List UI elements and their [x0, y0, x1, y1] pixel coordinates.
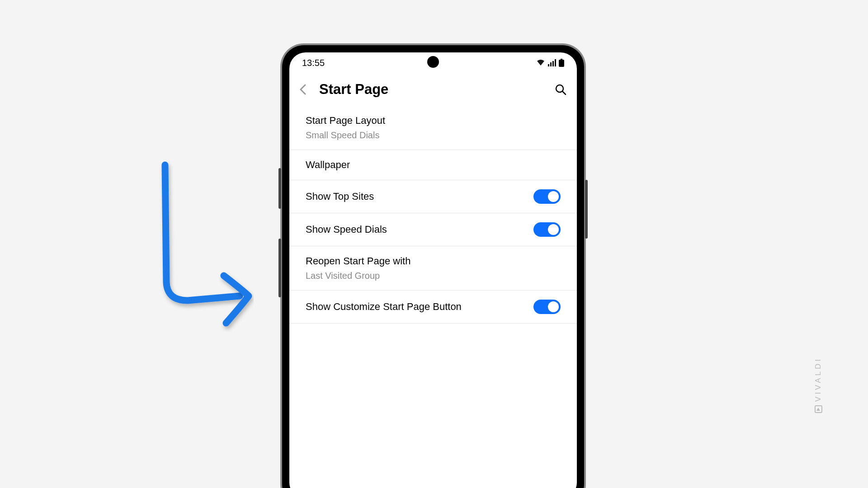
setting-item-top-sites[interactable]: Show Top Sites — [289, 180, 577, 213]
phone-volume-down-button — [278, 239, 281, 297]
toggle-top-sites[interactable] — [533, 189, 561, 204]
setting-item-content: Reopen Start Page with Last Visited Grou… — [306, 255, 410, 281]
watermark: VIVALDI — [814, 357, 823, 413]
toggle-knob — [548, 191, 559, 202]
toggle-speed-dials[interactable] — [533, 222, 561, 237]
phone-screen: 13:55 — [289, 52, 577, 488]
vivaldi-logo-icon — [815, 405, 822, 413]
svg-rect-0 — [548, 64, 549, 66]
status-icons — [536, 59, 564, 67]
toggle-customize-button[interactable] — [533, 300, 561, 314]
toggle-knob — [548, 301, 559, 312]
svg-rect-3 — [555, 59, 556, 66]
setting-item-speed-dials[interactable]: Show Speed Dials — [289, 213, 577, 246]
setting-item-content: Wallpaper — [306, 159, 350, 171]
setting-value: Small Speed Dials — [306, 130, 385, 141]
arrow-annotation — [154, 160, 262, 332]
chevron-left-icon — [300, 84, 306, 95]
setting-item-content: Start Page Layout Small Speed Dials — [306, 115, 385, 141]
setting-item-layout[interactable]: Start Page Layout Small Speed Dials — [289, 106, 577, 150]
setting-label: Wallpaper — [306, 159, 350, 171]
svg-rect-4 — [561, 59, 562, 60]
back-button[interactable] — [296, 82, 310, 97]
setting-label: Show Top Sites — [306, 191, 374, 202]
status-time: 13:55 — [302, 58, 325, 68]
toggle-knob — [548, 224, 559, 235]
search-button[interactable] — [553, 82, 568, 97]
setting-value: Last Visited Group — [306, 271, 410, 281]
wifi-icon — [536, 59, 545, 66]
setting-label: Show Customize Start Page Button — [306, 301, 462, 313]
watermark-text: VIVALDI — [814, 357, 823, 402]
svg-rect-5 — [559, 60, 564, 67]
svg-rect-2 — [552, 61, 554, 66]
setting-item-reopen[interactable]: Reopen Start Page with Last Visited Grou… — [289, 246, 577, 291]
svg-rect-1 — [550, 62, 552, 66]
search-icon — [555, 84, 566, 95]
phone-volume-up-button — [278, 168, 281, 209]
setting-label: Start Page Layout — [306, 115, 385, 127]
phone-power-button — [585, 180, 588, 239]
setting-item-customize-button[interactable]: Show Customize Start Page Button — [289, 291, 577, 324]
page-title: Start Page — [319, 81, 553, 98]
signal-icon — [548, 59, 556, 66]
camera-notch — [427, 56, 439, 68]
header: Start Page — [289, 73, 577, 106]
setting-item-wallpaper[interactable]: Wallpaper — [289, 150, 577, 180]
battery-icon — [559, 59, 564, 67]
setting-label: Reopen Start Page with — [306, 255, 410, 267]
svg-line-7 — [562, 91, 566, 94]
settings-list: Start Page Layout Small Speed Dials Wall… — [289, 106, 577, 324]
setting-label: Show Speed Dials — [306, 224, 387, 235]
phone-frame: 13:55 — [282, 45, 584, 488]
